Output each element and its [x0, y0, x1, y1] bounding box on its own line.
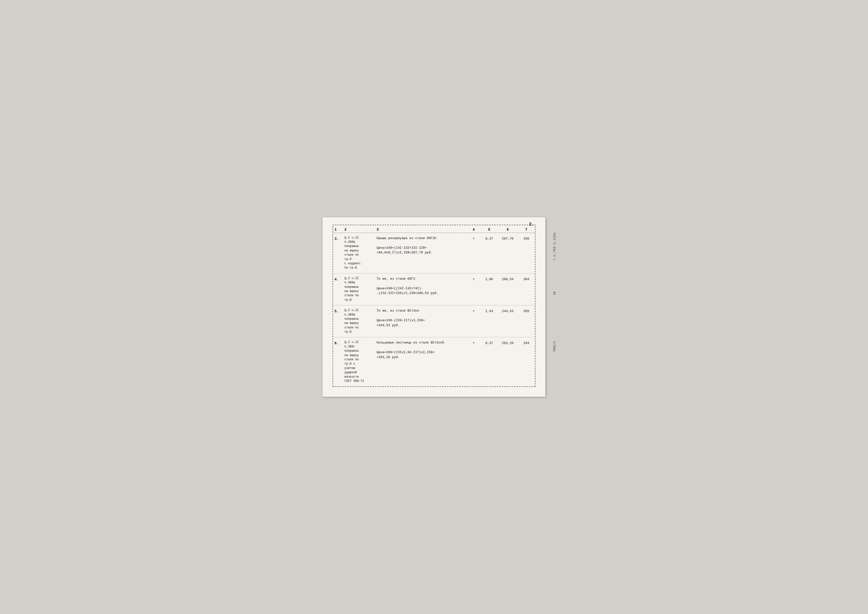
- header-col-6: 6: [498, 228, 518, 232]
- row-code: I06: [518, 236, 535, 241]
- header-col-2: 2: [343, 228, 376, 232]
- top-border: [333, 225, 535, 225]
- row-reference: Ц.I ч.IIп.366впоправкана маркустали погр…: [343, 276, 376, 302]
- right-margin-annotation-2: 18: [553, 291, 556, 295]
- row-unit: т: [467, 309, 480, 314]
- row-code: 350: [518, 309, 535, 314]
- row-number: 6.: [333, 340, 343, 346]
- row-unit: т: [467, 276, 480, 282]
- row-description: То же, из стали ВСт3кп Цена=248-(I20-II7…: [376, 309, 467, 328]
- main-table: 1 2 3 4 5 6 7 3. Ц.I ч.IIп.366впоправкан…: [333, 226, 535, 387]
- row-description: То же, из стали 09Г2 Цена=248+[(I4I-I42+…: [376, 276, 467, 296]
- row-reference: Ц.I ч.IIп.366впоправкана маркустали погр…: [343, 236, 376, 270]
- right-margin-annotation-1: 7.n.704-1-153c: [553, 232, 556, 260]
- header-col-1: 1: [333, 228, 343, 232]
- row-price: 287,70: [498, 236, 518, 241]
- row-unit: т: [467, 236, 480, 241]
- header-col-3: 3: [376, 228, 467, 232]
- table-row: 5. Ц.I ч.IIп.366впоправкана маркустали п…: [333, 305, 535, 337]
- header-col-4: 4: [467, 228, 480, 232]
- row-description: Крыша резервуара из стали 09Г2С Цена=248…: [376, 236, 467, 255]
- row-quantity: I,43: [480, 309, 498, 314]
- header-col-5: 5: [480, 228, 498, 232]
- row-number: 4.: [333, 276, 343, 282]
- row-reference: Ц.I ч.IIп.366гпоправкана маркустали погр…: [343, 340, 376, 383]
- row-description: Кольцевые лестницы из стали ВСт3сп5 Цена…: [376, 340, 467, 360]
- row-quantity: I,06: [480, 276, 498, 282]
- row-quantity: 0,37: [480, 236, 498, 241]
- row-number: 5.: [333, 309, 343, 314]
- row-price: 244,53: [498, 309, 518, 314]
- row-code: 304: [518, 276, 535, 282]
- table-row: 4. Ц.I ч.IIп.366впоправкана маркустали п…: [333, 273, 535, 305]
- table-header-row: 1 2 3 4 5 6 7: [333, 226, 535, 233]
- row-reference: Ц.I ч.IIп.366впоправкана маркустали погр…: [343, 309, 376, 334]
- table-row: 3. Ц.I ч.IIп.366впоправкана маркустали п…: [333, 233, 535, 273]
- row-price: 282,28: [498, 340, 518, 346]
- right-margin-annotation-3: T80l/1: [553, 341, 556, 352]
- table-row: 6. Ц.I ч.IIп.366гпоправкана маркустали п…: [333, 337, 535, 386]
- page-number: 2.: [529, 222, 534, 227]
- row-unit: т: [467, 340, 480, 346]
- row-code: I04: [518, 340, 535, 346]
- row-price: 286,54: [498, 276, 518, 282]
- row-quantity: 0,37: [480, 340, 498, 346]
- row-number: 3.: [333, 236, 343, 242]
- header-col-7: 7: [518, 228, 535, 232]
